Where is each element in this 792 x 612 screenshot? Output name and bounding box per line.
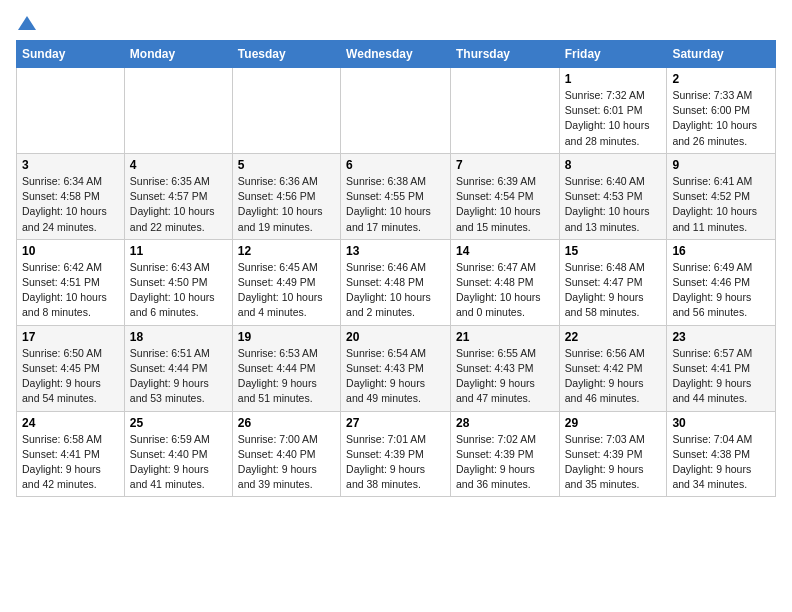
calendar-week-row: 10Sunrise: 6:42 AM Sunset: 4:51 PM Dayli… [17,239,776,325]
weekday-header-tuesday: Tuesday [232,41,340,68]
calendar-week-row: 17Sunrise: 6:50 AM Sunset: 4:45 PM Dayli… [17,325,776,411]
calendar-cell: 29Sunrise: 7:03 AM Sunset: 4:39 PM Dayli… [559,411,667,497]
day-number: 12 [238,244,335,258]
calendar-cell: 16Sunrise: 6:49 AM Sunset: 4:46 PM Dayli… [667,239,776,325]
weekday-header-friday: Friday [559,41,667,68]
calendar-cell: 22Sunrise: 6:56 AM Sunset: 4:42 PM Dayli… [559,325,667,411]
page-header [16,16,776,30]
calendar-cell: 26Sunrise: 7:00 AM Sunset: 4:40 PM Dayli… [232,411,340,497]
calendar-cell: 30Sunrise: 7:04 AM Sunset: 4:38 PM Dayli… [667,411,776,497]
day-info: Sunrise: 6:36 AM Sunset: 4:56 PM Dayligh… [238,174,335,235]
calendar-cell: 11Sunrise: 6:43 AM Sunset: 4:50 PM Dayli… [124,239,232,325]
calendar-cell: 14Sunrise: 6:47 AM Sunset: 4:48 PM Dayli… [450,239,559,325]
calendar-cell: 5Sunrise: 6:36 AM Sunset: 4:56 PM Daylig… [232,153,340,239]
day-info: Sunrise: 6:41 AM Sunset: 4:52 PM Dayligh… [672,174,770,235]
weekday-header-sunday: Sunday [17,41,125,68]
calendar-cell: 17Sunrise: 6:50 AM Sunset: 4:45 PM Dayli… [17,325,125,411]
day-number: 11 [130,244,227,258]
calendar-cell: 21Sunrise: 6:55 AM Sunset: 4:43 PM Dayli… [450,325,559,411]
calendar-cell [232,68,340,154]
day-number: 20 [346,330,445,344]
calendar-header-row: SundayMondayTuesdayWednesdayThursdayFrid… [17,41,776,68]
day-info: Sunrise: 6:34 AM Sunset: 4:58 PM Dayligh… [22,174,119,235]
day-info: Sunrise: 6:35 AM Sunset: 4:57 PM Dayligh… [130,174,227,235]
day-info: Sunrise: 6:50 AM Sunset: 4:45 PM Dayligh… [22,346,119,407]
day-info: Sunrise: 6:56 AM Sunset: 4:42 PM Dayligh… [565,346,662,407]
day-number: 16 [672,244,770,258]
calendar-cell: 19Sunrise: 6:53 AM Sunset: 4:44 PM Dayli… [232,325,340,411]
day-number: 25 [130,416,227,430]
day-number: 5 [238,158,335,172]
day-info: Sunrise: 6:43 AM Sunset: 4:50 PM Dayligh… [130,260,227,321]
day-number: 30 [672,416,770,430]
calendar-cell: 6Sunrise: 6:38 AM Sunset: 4:55 PM Daylig… [341,153,451,239]
day-info: Sunrise: 7:04 AM Sunset: 4:38 PM Dayligh… [672,432,770,493]
weekday-header-saturday: Saturday [667,41,776,68]
calendar-week-row: 1Sunrise: 7:32 AM Sunset: 6:01 PM Daylig… [17,68,776,154]
day-number: 18 [130,330,227,344]
day-number: 8 [565,158,662,172]
day-number: 4 [130,158,227,172]
calendar-cell: 28Sunrise: 7:02 AM Sunset: 4:39 PM Dayli… [450,411,559,497]
day-number: 10 [22,244,119,258]
calendar-cell: 4Sunrise: 6:35 AM Sunset: 4:57 PM Daylig… [124,153,232,239]
calendar-cell: 2Sunrise: 7:33 AM Sunset: 6:00 PM Daylig… [667,68,776,154]
day-info: Sunrise: 6:48 AM Sunset: 4:47 PM Dayligh… [565,260,662,321]
logo-triangle-icon [18,16,36,30]
day-number: 1 [565,72,662,86]
day-number: 29 [565,416,662,430]
calendar-cell: 20Sunrise: 6:54 AM Sunset: 4:43 PM Dayli… [341,325,451,411]
calendar-cell: 24Sunrise: 6:58 AM Sunset: 4:41 PM Dayli… [17,411,125,497]
day-info: Sunrise: 7:32 AM Sunset: 6:01 PM Dayligh… [565,88,662,149]
calendar-cell [341,68,451,154]
day-number: 6 [346,158,445,172]
day-info: Sunrise: 6:42 AM Sunset: 4:51 PM Dayligh… [22,260,119,321]
day-number: 2 [672,72,770,86]
day-number: 15 [565,244,662,258]
day-info: Sunrise: 6:47 AM Sunset: 4:48 PM Dayligh… [456,260,554,321]
weekday-header-monday: Monday [124,41,232,68]
calendar-cell: 3Sunrise: 6:34 AM Sunset: 4:58 PM Daylig… [17,153,125,239]
day-info: Sunrise: 6:51 AM Sunset: 4:44 PM Dayligh… [130,346,227,407]
day-number: 27 [346,416,445,430]
day-info: Sunrise: 6:57 AM Sunset: 4:41 PM Dayligh… [672,346,770,407]
calendar-cell: 27Sunrise: 7:01 AM Sunset: 4:39 PM Dayli… [341,411,451,497]
day-info: Sunrise: 6:38 AM Sunset: 4:55 PM Dayligh… [346,174,445,235]
calendar-table: SundayMondayTuesdayWednesdayThursdayFrid… [16,40,776,497]
calendar-week-row: 24Sunrise: 6:58 AM Sunset: 4:41 PM Dayli… [17,411,776,497]
day-info: Sunrise: 7:33 AM Sunset: 6:00 PM Dayligh… [672,88,770,149]
calendar-week-row: 3Sunrise: 6:34 AM Sunset: 4:58 PM Daylig… [17,153,776,239]
day-info: Sunrise: 6:58 AM Sunset: 4:41 PM Dayligh… [22,432,119,493]
day-info: Sunrise: 7:03 AM Sunset: 4:39 PM Dayligh… [565,432,662,493]
calendar-cell: 8Sunrise: 6:40 AM Sunset: 4:53 PM Daylig… [559,153,667,239]
day-number: 21 [456,330,554,344]
day-number: 19 [238,330,335,344]
logo [16,16,36,30]
calendar-cell: 9Sunrise: 6:41 AM Sunset: 4:52 PM Daylig… [667,153,776,239]
calendar-cell: 13Sunrise: 6:46 AM Sunset: 4:48 PM Dayli… [341,239,451,325]
calendar-cell: 7Sunrise: 6:39 AM Sunset: 4:54 PM Daylig… [450,153,559,239]
day-info: Sunrise: 7:01 AM Sunset: 4:39 PM Dayligh… [346,432,445,493]
day-info: Sunrise: 6:59 AM Sunset: 4:40 PM Dayligh… [130,432,227,493]
day-info: Sunrise: 6:54 AM Sunset: 4:43 PM Dayligh… [346,346,445,407]
day-info: Sunrise: 6:40 AM Sunset: 4:53 PM Dayligh… [565,174,662,235]
day-info: Sunrise: 6:49 AM Sunset: 4:46 PM Dayligh… [672,260,770,321]
day-number: 17 [22,330,119,344]
day-info: Sunrise: 6:45 AM Sunset: 4:49 PM Dayligh… [238,260,335,321]
calendar-cell [124,68,232,154]
weekday-header-wednesday: Wednesday [341,41,451,68]
day-number: 13 [346,244,445,258]
calendar-cell: 1Sunrise: 7:32 AM Sunset: 6:01 PM Daylig… [559,68,667,154]
calendar-cell: 15Sunrise: 6:48 AM Sunset: 4:47 PM Dayli… [559,239,667,325]
day-info: Sunrise: 7:00 AM Sunset: 4:40 PM Dayligh… [238,432,335,493]
day-number: 7 [456,158,554,172]
day-number: 22 [565,330,662,344]
calendar-cell: 12Sunrise: 6:45 AM Sunset: 4:49 PM Dayli… [232,239,340,325]
calendar-cell: 25Sunrise: 6:59 AM Sunset: 4:40 PM Dayli… [124,411,232,497]
day-info: Sunrise: 7:02 AM Sunset: 4:39 PM Dayligh… [456,432,554,493]
day-number: 14 [456,244,554,258]
day-info: Sunrise: 6:39 AM Sunset: 4:54 PM Dayligh… [456,174,554,235]
weekday-header-thursday: Thursday [450,41,559,68]
calendar-cell: 10Sunrise: 6:42 AM Sunset: 4:51 PM Dayli… [17,239,125,325]
day-number: 24 [22,416,119,430]
